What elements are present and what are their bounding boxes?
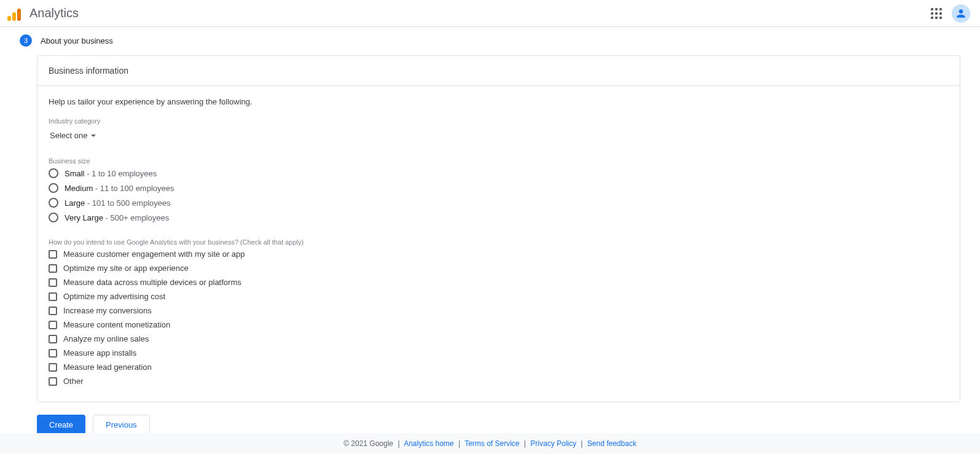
checkbox-icon (49, 264, 57, 273)
check-label: Measure customer engagement with my site… (63, 249, 245, 259)
button-row: Create Previous (37, 415, 960, 435)
check-online-sales[interactable]: Analyze my online sales (49, 334, 949, 343)
check-label: Increase my conversions (63, 306, 152, 315)
check-optimize-experience[interactable]: Optimize my site or app experience (49, 264, 949, 273)
check-label: Measure content monetization (63, 320, 170, 329)
check-other[interactable]: Other (49, 377, 949, 386)
checkbox-icon (49, 292, 57, 301)
chevron-down-icon (91, 135, 96, 137)
check-label: Measure app installs (63, 348, 136, 358)
check-label: Measure lead generation (63, 362, 152, 372)
check-monetization[interactable]: Measure content monetization (49, 320, 949, 329)
radio-label: Large - 101 to 500 employees (65, 198, 171, 208)
check-label: Optimize my advertising cost (63, 292, 165, 301)
radio-label: Small - 1 to 10 employees (65, 169, 157, 178)
checkbox-icon (49, 363, 57, 372)
checkbox-icon (49, 278, 57, 287)
checkbox-icon (49, 377, 57, 386)
checkbox-icon (49, 349, 57, 358)
radio-very-large[interactable]: Very Large - 500+ employees (49, 213, 949, 222)
checkbox-icon (49, 321, 57, 329)
footer-link-privacy[interactable]: Privacy Policy (530, 439, 576, 447)
industry-dropdown[interactable]: Select one (49, 128, 97, 143)
check-conversions[interactable]: Increase my conversions (49, 306, 949, 315)
step-title: About your business (41, 36, 113, 45)
check-label: Measure data across multiple devices or … (63, 278, 241, 287)
radio-icon (49, 213, 58, 222)
app-header: Analytics (0, 0, 980, 27)
usage-label: How do you intend to use Google Analytic… (49, 238, 949, 246)
radio-icon (49, 198, 58, 208)
check-app-installs[interactable]: Measure app installs (49, 348, 949, 358)
check-engagement[interactable]: Measure customer engagement with my site… (49, 249, 949, 259)
header-left: Analytics (7, 6, 79, 21)
check-ad-cost[interactable]: Optimize my advertising cost (49, 292, 949, 301)
footer-link-feedback[interactable]: Send feedback (587, 439, 637, 447)
footer-copyright: © 2021 Google (343, 439, 393, 447)
header-right (931, 4, 970, 23)
check-label: Other (63, 377, 84, 386)
card-intro: Help us tailor your experience by answer… (49, 97, 949, 106)
radio-label: Medium - 11 to 100 employees (65, 184, 174, 193)
create-button[interactable]: Create (37, 415, 85, 435)
radio-label: Very Large - 500+ employees (65, 213, 169, 222)
radio-icon (49, 168, 58, 178)
person-icon (955, 7, 967, 20)
footer-link-home[interactable]: Analytics home (404, 439, 453, 447)
card-body: Help us tailor your experience by answer… (37, 86, 960, 402)
business-info-card: Business information Help us tailor your… (37, 55, 960, 402)
previous-button[interactable]: Previous (93, 415, 150, 435)
footer: © 2021 Google | Analytics home | Terms o… (0, 433, 980, 447)
radio-medium[interactable]: Medium - 11 to 100 employees (49, 183, 949, 193)
industry-selected: Select one (50, 131, 87, 140)
radio-large[interactable]: Large - 101 to 500 employees (49, 198, 949, 208)
app-title: Analytics (29, 6, 79, 20)
footer-link-tos[interactable]: Terms of Service (465, 439, 519, 447)
radio-icon (49, 183, 58, 193)
step-number-badge: 3 (20, 34, 32, 47)
check-lead-gen[interactable]: Measure lead generation (49, 362, 949, 372)
checkbox-icon (49, 335, 57, 343)
avatar[interactable] (952, 4, 970, 23)
industry-label: Industry category (49, 117, 949, 125)
check-label: Optimize my site or app experience (63, 264, 189, 273)
business-size-label: Business size (49, 157, 949, 165)
checkbox-icon (49, 250, 57, 259)
check-multi-device[interactable]: Measure data across multiple devices or … (49, 278, 949, 287)
checkbox-icon (49, 307, 57, 315)
check-label: Analyze my online sales (63, 334, 149, 343)
content: 3 About your business Business informati… (0, 27, 980, 447)
apps-icon[interactable] (931, 8, 942, 19)
radio-small[interactable]: Small - 1 to 10 employees (49, 168, 949, 178)
card-title: Business information (37, 56, 960, 86)
step-header: 3 About your business (20, 34, 960, 47)
analytics-logo-icon (7, 6, 22, 21)
